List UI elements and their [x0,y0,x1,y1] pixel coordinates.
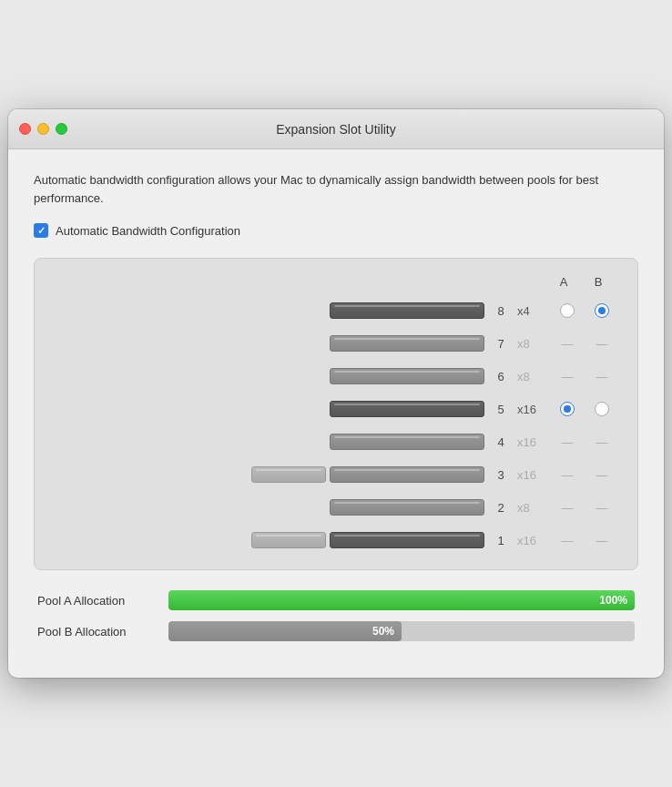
slot-radio-a-7: — [550,337,585,351]
slot-radio-a-3: — [550,468,585,482]
slot-num-7: 7 [490,337,512,351]
auto-bandwidth-checkbox[interactable] [34,223,48,238]
slot-bar-1b [330,532,484,548]
main-content: Automatic bandwidth configuration allows… [8,149,664,678]
slot-radio-b-8[interactable] [585,303,619,318]
dash-a-2: — [562,501,574,515]
slot-bar-2 [330,499,484,516]
dash-b-3: — [596,468,608,482]
slot-visual-2 [53,499,484,516]
col-a-header: A [546,275,581,289]
main-window: Expansion Slot Utility Automatic bandwid… [8,109,664,678]
pool-b-label: Pool B Allocation [37,625,156,639]
dash-a-6: — [562,370,574,383]
slot-speed-5: x16 [517,403,550,416]
slot-radio-b-7: — [585,337,619,351]
slot-radio-a-8[interactable] [550,303,585,318]
slot-bar-5 [330,401,484,417]
slot-bar-6 [330,368,484,384]
slot-visual-6 [53,368,484,384]
slot-radio-b-5[interactable] [585,402,619,416]
pool-b-pct: 50% [372,625,394,638]
slot-num-4: 4 [490,435,512,449]
slot-visual-4 [53,434,484,450]
slot-num-1: 1 [490,534,512,547]
auto-bandwidth-row[interactable]: Automatic Bandwidth Configuration [34,223,638,238]
slot-speed-3: x16 [517,468,550,482]
slot-speed-8: x4 [517,304,550,318]
radio-a-8[interactable] [560,303,575,318]
slot-radio-b-3: — [585,468,619,482]
slot-speed-1: x16 [517,534,550,547]
slot-visual-8 [53,302,484,319]
pools-section: Pool A Allocation 100% Pool B Allocation… [34,590,638,641]
slots-panel: A B 8 x4 [34,258,638,570]
slot-row-5: 5 x16 [53,396,619,422]
window-title: Expansion Slot Utility [276,122,396,137]
slot-radio-b-2: — [585,501,619,515]
slot-bar-3b [330,466,484,483]
titlebar: Expansion Slot Utility [8,109,664,149]
slot-row-8: 8 x4 [53,298,619,323]
slot-bar-8 [330,302,484,319]
slot-num-3: 3 [490,468,512,482]
dash-b-7: — [596,337,608,351]
maximize-button[interactable] [56,123,67,135]
slot-row-7: 7 x8 — — [53,331,619,356]
slot-num-5: 5 [490,403,512,416]
traffic-lights [19,123,67,135]
pool-a-bar-container: 100% [168,590,635,610]
slot-radio-b-6: — [585,370,619,383]
slot-speed-4: x16 [517,435,550,449]
description-text: Automatic bandwidth configuration allows… [34,171,638,207]
slot-bar-3a [251,466,326,483]
slot-row-6: 6 x8 — — [53,363,619,389]
slot-num-6: 6 [490,370,512,383]
slot-radio-a-6: — [550,370,585,383]
slot-visual-1 [53,532,484,548]
slot-num-8: 8 [490,304,512,318]
close-button[interactable] [19,123,31,135]
dash-a-7: — [562,337,574,351]
col-b-header: B [581,275,616,289]
dash-b-4: — [596,435,608,449]
slot-radio-a-5[interactable] [550,402,585,416]
pool-a-pct: 100% [599,594,627,607]
slot-speed-6: x8 [517,370,550,383]
slot-radio-b-1: — [585,534,619,547]
slot-radio-b-4: — [585,435,619,449]
pool-a-row: Pool A Allocation 100% [37,590,635,610]
dash-a-1: — [562,534,574,547]
dash-a-4: — [562,435,574,449]
slot-row-4: 4 x16 — — [53,429,619,455]
slot-bar-4 [330,434,484,450]
slot-row-2: 2 x8 — — [53,495,619,520]
dash-a-3: — [562,468,574,482]
radio-b-8[interactable] [595,303,609,318]
auto-bandwidth-label: Automatic Bandwidth Configuration [56,224,240,238]
dash-b-2: — [596,501,608,515]
slot-speed-7: x8 [517,337,550,351]
pool-b-row: Pool B Allocation 50% [37,621,635,641]
radio-b-5[interactable] [595,402,609,416]
slot-speed-2: x8 [517,501,550,515]
slot-row-1: 1 x16 — — [53,527,619,553]
slot-bar-1a [251,532,326,548]
slot-visual-7 [53,335,484,352]
slot-visual-5 [53,401,484,417]
slot-radio-a-4: — [550,435,585,449]
slot-bar-7 [330,335,484,352]
slot-row-3: 3 x16 — — [53,462,619,487]
slot-visual-3 [53,466,484,483]
pool-b-bar-container: 50% [168,621,635,641]
dash-b-1: — [596,534,608,547]
dash-b-6: — [596,370,608,383]
slot-num-2: 2 [490,501,512,515]
radio-a-5[interactable] [560,402,575,416]
slot-radio-a-2: — [550,501,585,515]
pool-a-bar-fill: 100% [168,590,635,610]
minimize-button[interactable] [37,123,49,135]
pool-b-bar-fill: 50% [168,621,402,641]
pool-a-label: Pool A Allocation [37,594,156,608]
slot-radio-a-1: — [550,534,585,547]
